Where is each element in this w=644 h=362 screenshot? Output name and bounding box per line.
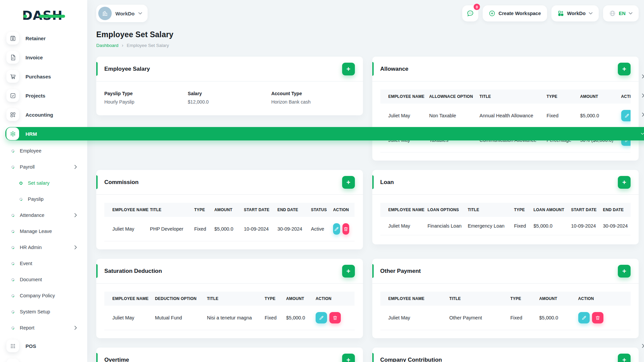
language-code: EN: [619, 11, 626, 16]
column-header-loan-amount: LOAN AMOUNT: [528, 203, 566, 217]
column-header-action: ACTION: [328, 203, 355, 217]
sidebar-item-invoice[interactable]: Invoice: [5, 51, 644, 64]
sidebar-item-manage-leave[interactable]: Manage Leave: [5, 227, 82, 236]
accounting-icon: [6, 108, 19, 121]
sidebar-item-report[interactable]: Report: [5, 323, 82, 333]
table-cell: Emergency Loan: [463, 217, 509, 235]
sidebar-item-employee[interactable]: Employee: [5, 146, 82, 156]
create-workspace-button[interactable]: Create Workspace: [483, 5, 547, 21]
sidebar-item-set-salary[interactable]: Set salary: [5, 178, 82, 188]
add-loan-button[interactable]: +: [618, 176, 631, 189]
table-cell-value: 30-09-2024: [603, 223, 631, 229]
sidebar-item-label: Payroll: [20, 164, 35, 170]
add-saturation-deduction-button[interactable]: +: [342, 265, 355, 278]
chevron-right-icon: [642, 344, 644, 348]
sidebar-item-payroll[interactable]: Payroll: [5, 162, 82, 172]
sidebar-item-crm[interactable]: CRM: [5, 358, 644, 362]
messages-button[interactable]: 0: [462, 5, 478, 21]
sidebar-item-event[interactable]: Event: [5, 259, 82, 268]
table-row: Juliet MayOther PaymentFixed$5,000.0: [380, 306, 631, 330]
sidebar-item-document[interactable]: Document: [5, 275, 82, 284]
commission-table: EMPLOYEE NAMETITLETYPEAMOUNTSTART DATEEN…: [104, 203, 355, 241]
column-header-type: TYPE: [189, 203, 209, 217]
chat-icon: [466, 9, 474, 17]
projects-icon: [6, 89, 19, 102]
retainer-icon: [6, 32, 19, 45]
workspace-avatar: [98, 7, 112, 20]
table-cell: Mutual Fund: [150, 306, 202, 330]
sidebar-item-payslip[interactable]: Payslip: [5, 194, 82, 204]
sidebar-item-label: Payslip: [28, 196, 44, 202]
brand-logo[interactable]: DASH: [0, 0, 87, 31]
column-header-end-date: END DATE: [598, 203, 631, 217]
delete-button[interactable]: [342, 223, 350, 235]
sidebar-item-attendance[interactable]: Attendance: [5, 210, 82, 220]
column-header-end-date: END DATE: [272, 203, 306, 217]
bullet-icon: [19, 197, 23, 201]
logo-dash-bar: [39, 15, 65, 18]
pencil-icon: [319, 315, 324, 320]
column-header-amount: AMOUNT: [281, 292, 310, 306]
sidebar-item-label: Manage Leave: [20, 229, 52, 234]
sidebar-item-system-setup[interactable]: System Setup: [5, 307, 82, 316]
workdo-menu-button[interactable]: WorkDo: [551, 5, 599, 21]
chevron-right-icon: [642, 94, 644, 98]
column-header-start-date: START DATE: [566, 203, 598, 217]
table-header-row: EMPLOYEE NAMETITLETYPEAMOUNTACTION: [380, 292, 631, 306]
apps-grid-icon: [557, 10, 564, 17]
table-cell: Other Payment: [444, 306, 505, 330]
bullet-icon: [11, 213, 15, 217]
plus-circle-icon: [489, 10, 495, 17]
card-title: Commission: [104, 179, 139, 186]
add-other-payment-button[interactable]: +: [618, 265, 631, 278]
chevron-right-icon: [642, 113, 644, 117]
trash-icon: [332, 315, 338, 320]
sidebar-item-company-policy[interactable]: Company Policy: [5, 291, 82, 300]
sidebar-item-retainer[interactable]: Retainer: [5, 32, 644, 45]
table-cell: Fixed: [189, 217, 209, 241]
loan-card: Loan + EMPLOYEE NAMELOAN OPTIONSTITLETYP…: [372, 170, 639, 244]
pencil-icon: [581, 315, 587, 320]
sidebar-item-label: Invoice: [25, 55, 43, 60]
table-cell: Financials Loan: [422, 217, 463, 235]
bullet-icon: [11, 245, 15, 249]
trash-icon: [595, 315, 600, 320]
add-commission-button[interactable]: +: [342, 176, 355, 189]
sidebar-item-projects[interactable]: Projects: [5, 89, 644, 102]
sidebar: DASH RetainerInvoicePurchasesProjectsAcc…: [0, 0, 87, 362]
action-cell: [573, 306, 631, 330]
edit-button[interactable]: [578, 312, 590, 323]
edit-button[interactable]: [333, 223, 340, 235]
delete-button[interactable]: [592, 312, 603, 323]
column-header-amount: AMOUNT: [534, 292, 573, 306]
edit-button[interactable]: [316, 312, 327, 323]
sidebar-item-hrm[interactable]: HRM: [5, 127, 644, 140]
table-cell: Nisi a tenetur magna: [202, 306, 259, 330]
sidebar-item-pos[interactable]: POS: [5, 339, 644, 353]
sidebar-item-accounting[interactable]: Accounting: [5, 108, 644, 121]
sidebar-item-label: System Setup: [20, 309, 50, 314]
sidebar-item-purchases[interactable]: Purchases: [5, 70, 644, 83]
workspace-selector[interactable]: WorkDo: [96, 5, 148, 22]
column-header-type: TYPE: [509, 203, 528, 217]
table-cell: Juliet May: [380, 217, 422, 235]
sidebar-item-hr-admin[interactable]: HR Admin: [5, 243, 82, 252]
logo-dot: [23, 15, 27, 18]
delete-button[interactable]: [329, 312, 341, 323]
table-cell: 10-09-2024: [566, 217, 598, 235]
bullet-icon: [19, 181, 23, 185]
messages-badge: 0: [474, 4, 480, 10]
column-header-employee-name: EMPLOYEE NAME: [104, 292, 150, 306]
table-cell: Juliet May: [104, 306, 150, 330]
other-payment-table: EMPLOYEE NAMETITLETYPEAMOUNTACTIONJuliet…: [380, 292, 631, 330]
invoice-icon: [6, 51, 19, 64]
sidebar-item-label: POS: [25, 343, 36, 349]
sidebar-item-label: Event: [20, 261, 32, 266]
language-button[interactable]: EN: [603, 5, 639, 21]
chevron-right-icon: [642, 74, 644, 78]
card-title: Loan: [380, 179, 394, 186]
sidebar-item-label: HR Admin: [20, 245, 42, 250]
table-cell: Fixed: [509, 217, 528, 235]
bullet-icon: [11, 326, 15, 330]
crm-icon: [6, 359, 19, 362]
